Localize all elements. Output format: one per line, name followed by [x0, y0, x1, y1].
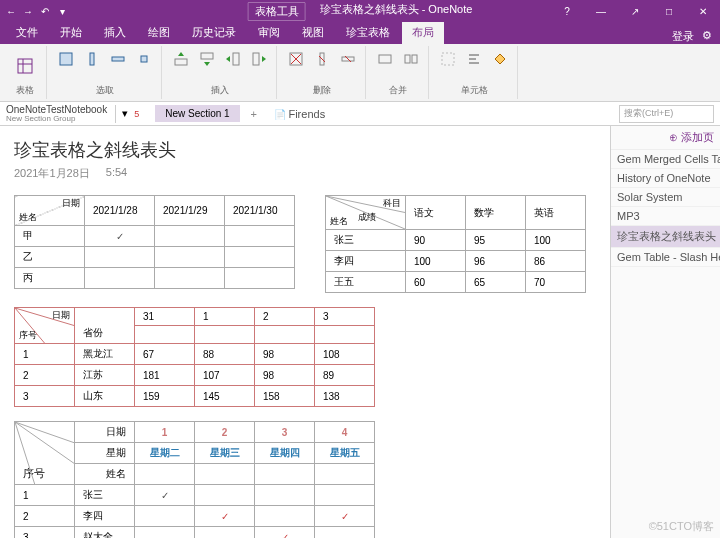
table-cell[interactable] [135, 527, 195, 539]
table-cell[interactable]: 86 [526, 251, 586, 272]
table-cell[interactable]: 3 [15, 386, 75, 407]
table-cell[interactable]: 107 [195, 365, 255, 386]
table-cell[interactable]: 2 [15, 506, 75, 527]
table-cell[interactable]: 88 [195, 344, 255, 365]
delete-row-button[interactable] [337, 48, 359, 70]
table-cell[interactable] [315, 326, 375, 344]
table-cell[interactable] [85, 268, 155, 289]
add-page-button[interactable]: ⊕ 添加页 [611, 126, 720, 150]
page-list-item[interactable]: MP3 [611, 207, 720, 226]
table-cell[interactable]: 3 [15, 527, 75, 539]
table-cell[interactable]: 95 [466, 230, 526, 251]
page-list-item[interactable]: 珍宝表格之斜线表头 [611, 226, 720, 248]
table-cell[interactable] [195, 527, 255, 539]
tab-gem[interactable]: 珍宝表格 [336, 21, 400, 44]
table-cell[interactable]: 138 [315, 386, 375, 407]
table-cell[interactable]: 李四 [326, 251, 406, 272]
table-cell[interactable]: 星期四 [255, 443, 315, 464]
select-table-button[interactable] [55, 48, 77, 70]
delete-col-button[interactable] [311, 48, 333, 70]
forward-icon[interactable]: → [21, 4, 35, 18]
table-cell[interactable] [315, 485, 375, 506]
table-cell[interactable]: 2 [195, 422, 255, 443]
table-cell[interactable]: 1 [195, 308, 255, 326]
table-cell[interactable] [155, 226, 225, 247]
table-cell[interactable]: 星期三 [195, 443, 255, 464]
table-cell[interactable]: 2021/1/28 [85, 196, 155, 226]
table-cell[interactable]: 星期五 [315, 443, 375, 464]
table-cell[interactable] [195, 464, 255, 485]
login-link[interactable]: 登录 [672, 29, 694, 44]
table-cell[interactable]: 省份 [75, 308, 135, 344]
table-cell[interactable] [225, 247, 295, 268]
notebook-selector[interactable]: OneNoteTestNotebook New Section Group [6, 105, 116, 123]
table-cell[interactable]: 日期 [75, 422, 135, 443]
hide-borders-button[interactable] [437, 48, 459, 70]
table-cell[interactable]: 4 [315, 422, 375, 443]
page-list-item[interactable]: Gem Merged Cells Table F [611, 150, 720, 169]
table-cell[interactable]: ✓ [195, 506, 255, 527]
table-cell[interactable]: 赵大全 [75, 527, 135, 539]
table-cell[interactable]: ✓ [135, 485, 195, 506]
table-cell[interactable]: 159 [135, 386, 195, 407]
table-cell[interactable]: 145 [195, 386, 255, 407]
table-cell[interactable]: 96 [466, 251, 526, 272]
table-cell[interactable]: 158 [255, 386, 315, 407]
table-cell[interactable]: 70 [526, 272, 586, 293]
table-cell[interactable]: 108 [315, 344, 375, 365]
table-cell[interactable] [155, 247, 225, 268]
table-cell[interactable]: 张三 [75, 485, 135, 506]
settings-icon[interactable]: ⚙ [702, 29, 712, 44]
notebook-dropdown-icon[interactable]: ▾ [122, 107, 128, 120]
table-cell[interactable]: 2021/1/29 [155, 196, 225, 226]
table-cell[interactable]: 1 [15, 485, 75, 506]
tab-insert[interactable]: 插入 [94, 21, 136, 44]
table-cell[interactable]: 98 [255, 344, 315, 365]
table-cell[interactable]: 乙 [15, 247, 85, 268]
close-icon[interactable]: ✕ [686, 0, 720, 22]
tab-file[interactable]: 文件 [6, 21, 48, 44]
table-cell[interactable]: 语文 [406, 196, 466, 230]
table-cell[interactable] [255, 485, 315, 506]
table-cell[interactable]: 丙 [15, 268, 85, 289]
align-button[interactable] [463, 48, 485, 70]
page-list-item[interactable]: Gem Table - Slash Headers [611, 248, 720, 267]
table-cell[interactable] [255, 326, 315, 344]
table-props-button[interactable] [10, 48, 40, 84]
undo-icon[interactable]: ↶ [38, 4, 52, 18]
table-cell[interactable]: 江苏 [75, 365, 135, 386]
table-cell[interactable] [315, 527, 375, 539]
table-cell[interactable]: 2 [255, 308, 315, 326]
table-4[interactable]: 序号 日期 1 2 3 4 星期 星期二 星期三 星期四 星期五 姓名 1张三✓… [14, 421, 375, 538]
table-cell[interactable]: 1 [15, 344, 75, 365]
search-input[interactable]: 搜索(Ctrl+E) [619, 105, 714, 123]
table-cell[interactable]: 张三 [326, 230, 406, 251]
delete-table-button[interactable] [285, 48, 307, 70]
split-cells-button[interactable] [400, 48, 422, 70]
page-list-item[interactable]: Solar System [611, 188, 720, 207]
tab-draw[interactable]: 绘图 [138, 21, 180, 44]
maximize-icon[interactable]: □ [652, 0, 686, 22]
table-cell[interactable]: 181 [135, 365, 195, 386]
table-cell[interactable]: ✓ [255, 527, 315, 539]
table-cell[interactable] [315, 464, 375, 485]
select-row-button[interactable] [107, 48, 129, 70]
insert-below-button[interactable] [196, 48, 218, 70]
table-cell[interactable]: 65 [466, 272, 526, 293]
table-cell[interactable]: 98 [255, 365, 315, 386]
table-cell[interactable]: 星期二 [135, 443, 195, 464]
table-cell[interactable]: 2 [15, 365, 75, 386]
table-cell[interactable] [255, 506, 315, 527]
table-cell[interactable]: 姓名 [75, 464, 135, 485]
table-cell[interactable] [135, 506, 195, 527]
table-cell[interactable]: 3 [315, 308, 375, 326]
table-cell[interactable]: 31 [135, 308, 195, 326]
merge-cells-button[interactable] [374, 48, 396, 70]
back-icon[interactable]: ← [4, 4, 18, 18]
restore-icon[interactable]: ↗ [618, 0, 652, 22]
table-1[interactable]: 日期姓名 2021/1/28 2021/1/29 2021/1/30 甲✓ 乙 … [14, 195, 295, 289]
table-cell[interactable]: 山东 [75, 386, 135, 407]
table-3[interactable]: 日期序号 省份 31 1 2 3 1黑龙江678898108 2江苏181107… [14, 307, 375, 407]
help-icon[interactable]: ? [550, 0, 584, 22]
page-title[interactable]: 珍宝表格之斜线表头 [14, 138, 596, 162]
